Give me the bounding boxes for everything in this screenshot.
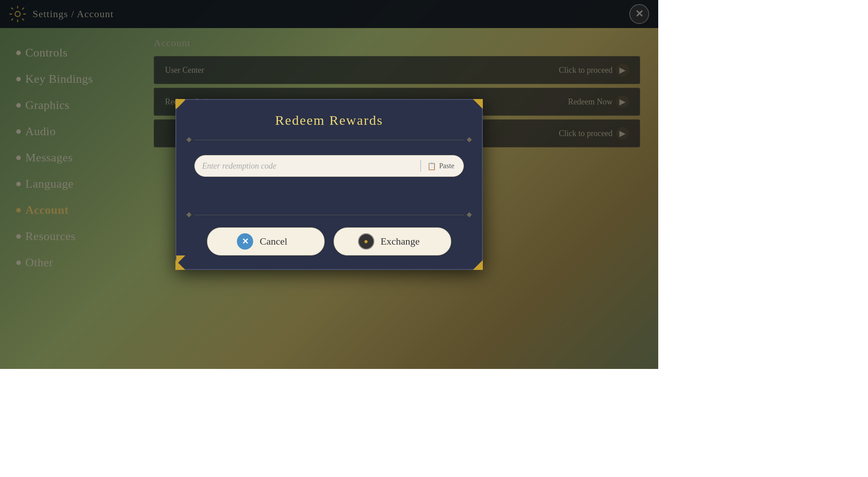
exchange-icon: ● [358, 233, 374, 250]
paste-label: Paste [439, 162, 454, 170]
paste-icon: 📋 [427, 162, 436, 170]
cancel-icon: ✕ [237, 233, 253, 250]
exchange-button[interactable]: ● Exchange [334, 227, 451, 255]
divider-diamond [186, 212, 191, 217]
modal-title: Redeem Rewards [176, 100, 482, 135]
modal-body: 📋 Paste [176, 151, 482, 186]
modal-buttons: ✕ Cancel ● Exchange [176, 227, 482, 255]
paste-button[interactable]: 📋 Paste [425, 161, 456, 171]
redemption-code-input[interactable] [202, 161, 416, 171]
divider-diamond [186, 137, 191, 142]
cancel-label: Cancel [259, 236, 287, 247]
cancel-button[interactable]: ✕ Cancel [207, 227, 325, 255]
modal-spacer [176, 186, 482, 213]
corner-bl-decoration [175, 260, 185, 270]
divider-line [194, 140, 464, 140]
divider-diamond [467, 212, 472, 217]
redeem-input-wrapper: 📋 Paste [194, 155, 464, 177]
modal-top-divider [176, 138, 482, 142]
input-separator [420, 160, 421, 172]
divider-line [194, 215, 464, 215]
modal-bottom-divider [176, 213, 482, 217]
modal-overlay: Redeem Rewards 📋 Paste [0, 0, 658, 369]
divider-diamond [467, 137, 472, 142]
corner-br-decoration [473, 260, 483, 270]
redeem-rewards-modal: Redeem Rewards 📋 Paste [175, 99, 483, 270]
exchange-label: Exchange [381, 236, 420, 247]
